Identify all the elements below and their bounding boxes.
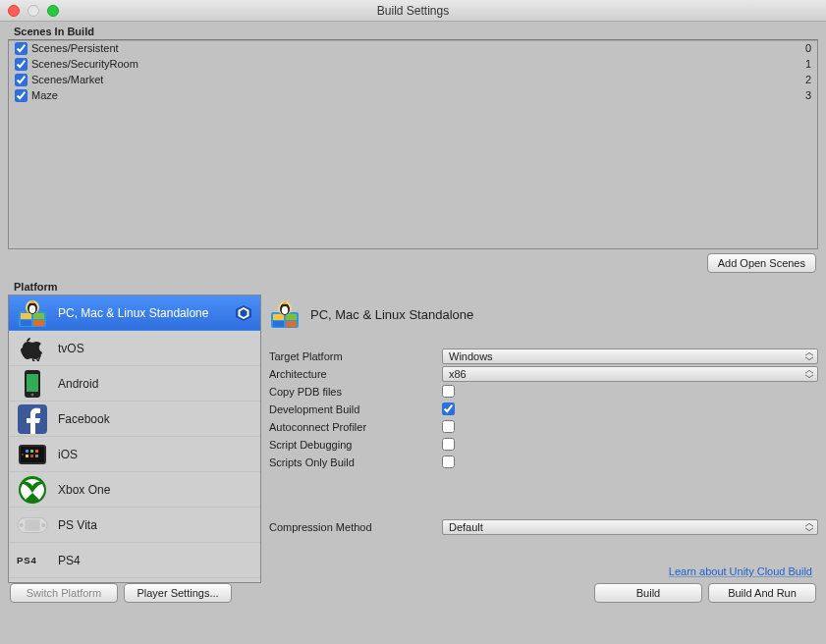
platform-label: PS Vita xyxy=(58,518,252,532)
platform-item-tvos[interactable]: tv tvOS xyxy=(9,331,260,366)
svg-point-40 xyxy=(282,306,288,314)
scene-name: Scenes/Persistent xyxy=(31,42,805,54)
psvita-icon xyxy=(17,510,48,541)
scene-checkbox[interactable] xyxy=(15,89,28,102)
autoconnect-label: Autoconnect Profiler xyxy=(269,421,442,433)
svg-rect-21 xyxy=(30,450,33,453)
platform-item-standalone[interactable]: PC, Mac & Linux Standalone xyxy=(9,295,260,331)
platform-label: PS4 xyxy=(58,554,252,567)
details-header: PC, Mac & Linux Standalone xyxy=(269,295,818,334)
svg-point-19 xyxy=(22,454,24,456)
svg-point-15 xyxy=(31,393,34,396)
architecture-select[interactable]: x86 xyxy=(442,366,818,382)
svg-rect-23 xyxy=(26,455,28,457)
platform-item-html[interactable]: HTML xyxy=(9,578,260,583)
script-debug-label: Script Debugging xyxy=(269,439,442,451)
platform-item-android[interactable]: Android xyxy=(9,366,260,402)
build-button[interactable]: Build xyxy=(594,583,702,603)
svg-point-29 xyxy=(20,522,24,526)
svg-rect-3 xyxy=(21,320,31,326)
copy-pdb-label: Copy PDB files xyxy=(269,386,442,398)
compression-label: Compression Method xyxy=(269,521,442,533)
svg-rect-1 xyxy=(21,313,31,319)
copy-pdb-checkbox[interactable] xyxy=(442,385,455,398)
scene-row[interactable]: Scenes/Persistent0 xyxy=(9,40,817,56)
script-debug-checkbox[interactable] xyxy=(442,438,455,451)
svg-rect-34 xyxy=(273,314,284,320)
platform-item-psvita[interactable]: PS Vita xyxy=(9,508,260,543)
ios-icon xyxy=(17,439,48,470)
svg-rect-25 xyxy=(35,455,38,457)
html-icon: HTML xyxy=(17,580,48,584)
target-platform-select[interactable]: Windows xyxy=(442,349,818,364)
scene-checkbox[interactable] xyxy=(15,42,28,55)
scene-index: 3 xyxy=(805,89,811,101)
svg-rect-37 xyxy=(286,321,297,327)
svg-text:PS4: PS4 xyxy=(17,555,37,565)
svg-rect-14 xyxy=(27,374,38,392)
platform-label: PC, Mac & Linux Standalone xyxy=(58,306,225,320)
platform-label: Facebook xyxy=(58,412,252,426)
platform-label: tvOS xyxy=(58,342,252,355)
architecture-value: x86 xyxy=(449,368,467,380)
player-settings-button[interactable]: Player Settings... xyxy=(124,583,232,603)
scene-row[interactable]: Scenes/SecurityRoom1 xyxy=(9,56,817,72)
target-platform-value: Windows xyxy=(449,350,493,362)
scene-index: 1 xyxy=(805,58,811,70)
cloud-build-link[interactable]: Learn about Unity Cloud Build xyxy=(269,564,818,583)
svg-rect-2 xyxy=(33,313,44,319)
platform-list[interactable]: PC, Mac & Linux Standalone tv tvOS Andro… xyxy=(8,295,261,583)
svg-rect-35 xyxy=(286,314,297,320)
autoconnect-checkbox[interactable] xyxy=(442,420,455,433)
platform-item-ps4[interactable]: PS4 PS4 xyxy=(9,543,260,578)
platform-details: PC, Mac & Linux Standalone Target Platfo… xyxy=(269,295,818,583)
scene-index: 2 xyxy=(805,74,811,85)
platform-item-xboxone[interactable]: Xbox One xyxy=(9,472,260,508)
xboxone-icon xyxy=(17,474,48,506)
ps4-icon: PS4 xyxy=(17,545,48,576)
platform-label: Android xyxy=(58,377,252,391)
target-platform-label: Target Platform xyxy=(269,350,442,362)
scene-checkbox[interactable] xyxy=(15,74,28,86)
svg-point-7 xyxy=(29,305,35,313)
build-and-run-button[interactable]: Build And Run xyxy=(708,583,816,603)
scene-row[interactable]: Maze3 xyxy=(9,87,817,103)
details-title: PC, Mac & Linux Standalone xyxy=(310,307,473,322)
scripts-only-checkbox[interactable] xyxy=(442,456,455,468)
scene-name: Maze xyxy=(31,89,805,101)
platform-item-ios[interactable]: iOS xyxy=(9,437,260,472)
scene-row[interactable]: Scenes/Market2 xyxy=(9,72,817,87)
svg-rect-36 xyxy=(273,321,284,327)
platform-section-label: Platform xyxy=(14,281,822,293)
svg-point-30 xyxy=(41,522,45,526)
compression-value: Default xyxy=(449,521,483,533)
footer: Switch Platform Player Settings... Build… xyxy=(4,583,822,609)
titlebar: Build Settings xyxy=(0,0,826,22)
standalone-icon xyxy=(17,297,48,329)
unity-icon xyxy=(235,304,252,322)
dev-build-checkbox[interactable] xyxy=(442,402,455,415)
window-title: Build Settings xyxy=(0,4,826,18)
scripts-only-label: Scripts Only Build xyxy=(269,456,442,468)
facebook-icon xyxy=(17,403,48,435)
switch-platform-button[interactable]: Switch Platform xyxy=(10,583,118,603)
compression-select[interactable]: Default xyxy=(442,519,818,535)
svg-text:tv: tv xyxy=(31,350,42,362)
tvos-icon: tv xyxy=(17,333,48,364)
platform-label: Xbox One xyxy=(58,483,252,497)
scene-checkbox[interactable] xyxy=(15,58,28,71)
scenes-list[interactable]: Scenes/Persistent0Scenes/SecurityRoom1Sc… xyxy=(8,39,818,249)
svg-rect-22 xyxy=(35,450,38,453)
scene-index: 0 xyxy=(805,42,811,54)
android-icon xyxy=(17,368,48,400)
scene-name: Scenes/SecurityRoom xyxy=(31,58,805,70)
platform-label: iOS xyxy=(58,448,252,461)
svg-rect-20 xyxy=(26,450,28,453)
platform-item-facebook[interactable]: Facebook xyxy=(9,402,260,437)
architecture-label: Architecture xyxy=(269,368,442,380)
scenes-in-build-label: Scenes In Build xyxy=(14,26,822,37)
svg-rect-24 xyxy=(30,455,33,457)
scene-name: Scenes/Market xyxy=(31,74,805,85)
add-open-scenes-button[interactable]: Add Open Scenes xyxy=(707,253,816,273)
svg-rect-28 xyxy=(25,519,39,530)
